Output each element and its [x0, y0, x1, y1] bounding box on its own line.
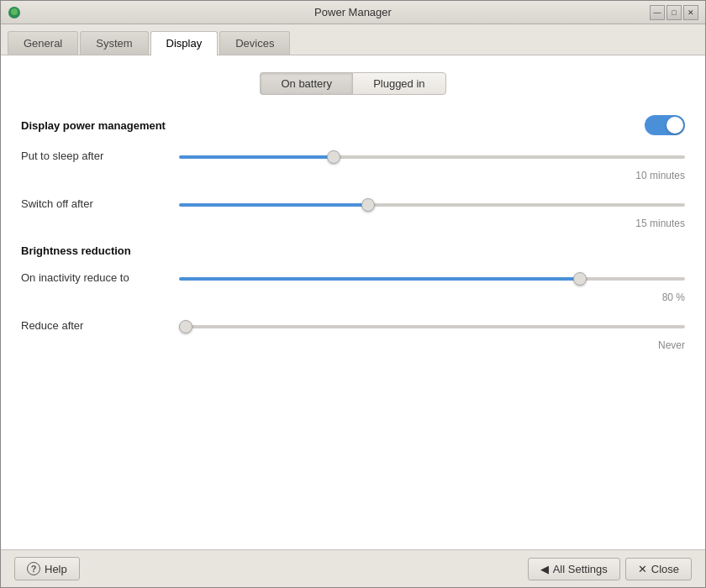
help-icon: ?	[27, 562, 40, 575]
main-window: Power Manager — □ ✕ General System Displ…	[0, 0, 706, 588]
svg-point-1	[11, 8, 18, 15]
minimize-button[interactable]: —	[650, 5, 665, 20]
battery-mode-tabs: On battery Plugged in	[21, 72, 685, 95]
footer: ? Help ◀ All Settings ✕ Close	[1, 549, 705, 587]
brightness-slider-wrapper	[179, 270, 685, 287]
brightness-slider-row: On inactivity reduce to 80 %	[21, 270, 685, 303]
footer-left: ? Help	[14, 557, 80, 580]
close-icon: ✕	[638, 563, 647, 575]
tab-devices[interactable]: Devices	[219, 31, 290, 55]
tab-general[interactable]: General	[8, 31, 78, 55]
switch-off-slider[interactable]	[179, 203, 685, 207]
window-title: Power Manager	[314, 6, 392, 18]
brightness-heading: Brightness reduction	[21, 244, 685, 257]
content-area: On battery Plugged in Display power mana…	[1, 55, 705, 549]
tab-system[interactable]: System	[80, 31, 148, 55]
app-icon	[8, 6, 21, 19]
reduce-after-slider[interactable]	[179, 325, 685, 328]
brightness-label: On inactivity reduce to	[21, 271, 172, 284]
svg-rect-2	[13, 15, 16, 17]
reduce-after-value: Never	[179, 339, 685, 351]
sleep-value: 10 minutes	[179, 170, 685, 181]
all-settings-button[interactable]: ◀ All Settings	[528, 558, 620, 580]
brightness-value: 80 %	[179, 291, 685, 303]
battery-tab-plugged-in[interactable]: Plugged in	[352, 72, 445, 95]
sleep-slider-row: Put to sleep after 10 minutes	[21, 149, 685, 181]
maximize-button[interactable]: □	[666, 5, 682, 20]
help-button[interactable]: ? Help	[14, 557, 80, 580]
sleep-label: Put to sleep after	[21, 150, 172, 162]
battery-tab-on-battery[interactable]: On battery	[260, 72, 352, 95]
titlebar-buttons: — □ ✕	[650, 5, 698, 20]
toggle-knob	[666, 117, 683, 134]
titlebar-left	[8, 6, 21, 19]
sleep-slider-wrapper	[179, 149, 685, 165]
switch-off-label: Switch off after	[21, 197, 172, 210]
reduce-after-slider-row: Reduce after Never	[21, 318, 685, 351]
footer-right: ◀ All Settings ✕ Close	[528, 558, 692, 580]
brightness-section: Brightness reduction On inactivity reduc…	[21, 244, 685, 351]
tabs-bar: General System Display Devices	[1, 24, 705, 55]
display-power-section: Display power management Put to sleep af…	[21, 115, 685, 229]
switch-off-slider-row: Switch off after 15 minutes	[21, 197, 685, 229]
display-power-toggle[interactable]	[645, 115, 685, 135]
all-settings-label: All Settings	[553, 563, 608, 575]
switch-off-value: 15 minutes	[179, 218, 685, 229]
close-label: Close	[651, 563, 679, 575]
all-settings-icon: ◀	[540, 563, 549, 575]
close-button[interactable]: ✕ Close	[625, 558, 692, 580]
sleep-slider[interactable]	[179, 155, 685, 159]
switch-off-slider-wrapper	[179, 197, 685, 213]
close-window-button[interactable]: ✕	[683, 5, 698, 20]
reduce-after-slider-wrapper	[179, 318, 685, 335]
brightness-slider[interactable]	[179, 277, 685, 281]
display-power-heading: Display power management	[21, 115, 685, 135]
titlebar: Power Manager — □ ✕	[1, 1, 705, 24]
reduce-after-label: Reduce after	[21, 319, 172, 332]
help-label: Help	[45, 563, 67, 575]
tab-display[interactable]: Display	[150, 31, 219, 55]
